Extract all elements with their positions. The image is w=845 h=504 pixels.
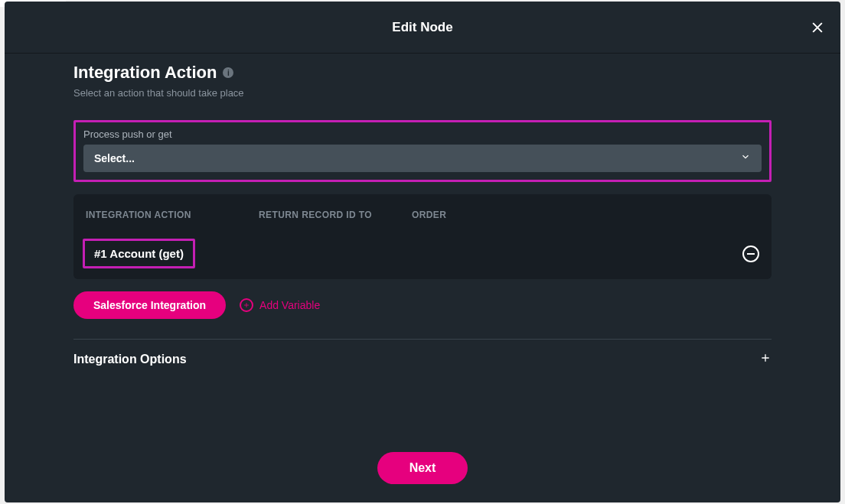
section-title: Integration Action <box>73 63 217 83</box>
plus-circle-icon <box>240 298 253 312</box>
plus-icon <box>759 352 772 367</box>
process-select-placeholder: Select... <box>94 152 135 164</box>
process-field-highlight: Process push or get Select... <box>73 120 772 182</box>
next-button[interactable]: Next <box>377 452 468 484</box>
integration-options-label: Integration Options <box>73 353 187 366</box>
add-variable-label: Add Variable <box>259 299 320 311</box>
salesforce-integration-button[interactable]: Salesforce Integration <box>73 291 226 319</box>
process-field-label: Process push or get <box>83 128 762 140</box>
th-return-record: RETURN RECORD ID TO <box>259 210 412 220</box>
actions-row: Salesforce Integration Add Variable <box>73 291 772 319</box>
close-button[interactable] <box>808 18 827 37</box>
integration-options-toggle[interactable]: Integration Options <box>73 352 772 367</box>
modal-title: Edit Node <box>392 20 452 35</box>
table-header-row: INTEGRATION ACTION RETURN RECORD ID TO O… <box>73 194 772 231</box>
modal-header: Edit Node <box>5 2 840 54</box>
table-row[interactable]: #1 Account (get) <box>73 231 772 279</box>
info-icon[interactable]: i <box>223 67 233 78</box>
section-subtitle: Select an action that should take place <box>73 87 772 99</box>
add-variable-button[interactable]: Add Variable <box>240 298 320 312</box>
remove-row-button[interactable] <box>742 245 759 262</box>
row-action-chip[interactable]: #1 Account (get) <box>83 239 195 268</box>
minus-icon <box>747 253 755 255</box>
th-integration-action: INTEGRATION ACTION <box>86 210 259 220</box>
edit-node-modal: Edit Node Integration Action i Select an… <box>5 2 840 502</box>
chevron-down-icon <box>740 151 751 165</box>
th-order: ORDER <box>412 210 759 220</box>
modal-footer: Next <box>5 434 840 502</box>
process-select[interactable]: Select... <box>83 145 762 172</box>
divider <box>73 339 772 340</box>
integration-action-table: INTEGRATION ACTION RETURN RECORD ID TO O… <box>73 194 772 279</box>
section-heading: Integration Action i <box>73 63 772 83</box>
modal-body: Integration Action i Select an action th… <box>5 54 840 434</box>
close-icon <box>810 20 825 35</box>
